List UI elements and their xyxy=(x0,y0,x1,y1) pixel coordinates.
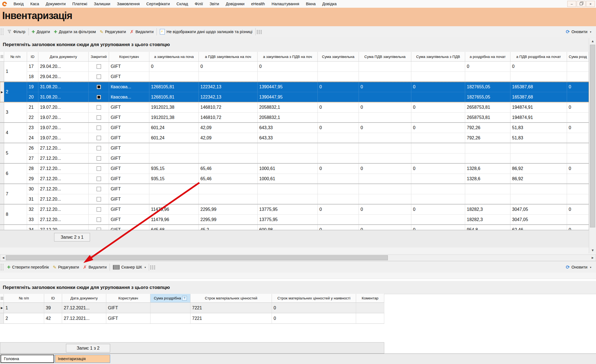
vertical-scroll-thumb[interactable] xyxy=(590,45,595,227)
edit-button[interactable]: ✎ Редагувати xyxy=(98,28,128,36)
table-row[interactable]: 2827.12.20...GIFT935,1565,461000,6100013… xyxy=(27,164,589,174)
menu-item[interactable]: Вихід xyxy=(10,0,27,8)
menu-item[interactable]: Звіти xyxy=(206,0,222,8)
recount-delete-button[interactable]: ✗ Видалити xyxy=(81,263,108,271)
group-by-panel[interactable]: Перетягніть заголовок колонки сюди для у… xyxy=(0,37,596,52)
column-header[interactable]: ID xyxy=(44,294,62,303)
table-row[interactable]: 1931.08.20...Квасова...1268105,81122342,… xyxy=(27,82,589,92)
closed-checkbox[interactable] xyxy=(97,75,101,79)
closed-checkbox[interactable] xyxy=(97,126,101,130)
refresh-button[interactable]: ⟳ Оновити ▾ xyxy=(564,28,593,36)
column-header[interactable]: ID xyxy=(27,52,38,62)
menu-item[interactable]: Довідники xyxy=(222,0,248,8)
menu-item[interactable]: Вікна xyxy=(303,0,319,8)
closed-checkbox[interactable] xyxy=(97,187,101,191)
table-row[interactable]: 2119.07.20...GIFT1912021,38146810,722058… xyxy=(27,102,589,112)
closed-checkbox[interactable] xyxy=(97,207,101,212)
column-header[interactable]: Сума ПДВ закупівельна xyxy=(359,52,411,62)
menu-item[interactable]: Замовлення xyxy=(113,0,143,8)
closed-checkbox[interactable] xyxy=(97,228,101,230)
column-filter-icon[interactable] xyxy=(182,296,187,301)
horizontal-scrollbar[interactable]: ◄ ► xyxy=(0,254,596,261)
column-header[interactable]: Строк матеріальних цінностей у наявності xyxy=(272,294,356,303)
menu-item[interactable]: Залишки xyxy=(91,0,113,8)
closed-checkbox[interactable] xyxy=(97,85,101,89)
table-row[interactable]: 2319.07.20...GIFT601,2442,09643,33000792… xyxy=(27,123,589,133)
table-row[interactable]: 24227.12.2021...GIFT72210 xyxy=(0,313,384,324)
recount-refresh-button[interactable]: ⟳ Оновити ▾ xyxy=(564,263,593,271)
menu-item[interactable]: Платежі xyxy=(69,0,91,8)
vertical-scrollbar[interactable]: ▲ ▼ xyxy=(589,38,596,253)
column-header[interactable]: Дата документу xyxy=(38,52,89,62)
menu-item[interactable]: Довідка xyxy=(319,0,340,8)
column-header[interactable]: а закупівельна з ПДВ на поч xyxy=(258,52,318,62)
tab-inventaryzatsiia[interactable]: Інвентаризація xyxy=(55,355,110,363)
column-header[interactable]: № п/п xyxy=(4,52,27,62)
scroll-left-icon[interactable]: ◄ xyxy=(2,256,5,259)
scroll-right-icon[interactable]: ► xyxy=(591,256,594,259)
table-row[interactable]: 3227.12.20...GIFT11479,962295,9913775,95… xyxy=(27,204,589,214)
column-header[interactable]: Сума закупівельна з ПДВ xyxy=(411,52,465,62)
menu-item[interactable]: Сертифікати xyxy=(143,0,173,8)
closed-checkbox[interactable] xyxy=(97,64,101,69)
closed-checkbox[interactable] xyxy=(97,95,101,99)
table-row[interactable]: 3427.12.20GIFT645,6845,2600,98000954,862… xyxy=(27,225,589,230)
columns-icon[interactable] xyxy=(150,265,155,269)
menu-item[interactable]: Склад xyxy=(173,0,191,8)
table-row[interactable]: 1729.04.20...GIFT00000 xyxy=(27,62,589,71)
recount-edit-button[interactable]: ✎ Редагувати xyxy=(51,263,81,271)
column-header[interactable]: Сума роздрібна xyxy=(150,294,190,303)
menu-item[interactable]: Каса xyxy=(27,0,43,8)
column-header[interactable]: а ПДВ роздрібна на почат xyxy=(510,52,567,62)
table-row[interactable]: 2727.12.20...GIFT xyxy=(27,153,589,163)
table-row[interactable]: 2419.07.20...GIFT601,2442,09643,33792,26… xyxy=(27,133,589,143)
column-header[interactable]: Коментар xyxy=(356,294,384,303)
menu-item[interactable]: Документи xyxy=(43,0,69,8)
column-header[interactable]: Строк матеріальних цінностей xyxy=(190,294,272,303)
column-header[interactable]: Користувач xyxy=(109,52,149,62)
restore-button[interactable] xyxy=(577,1,586,7)
column-header[interactable]: № п/п xyxy=(4,294,44,303)
menu-item[interactable]: Налаштування xyxy=(268,0,303,8)
closed-checkbox[interactable] xyxy=(97,115,101,120)
closed-checkbox[interactable] xyxy=(97,146,101,150)
closed-checkbox[interactable] xyxy=(97,156,101,161)
table-row[interactable]: 2627.12.20...GIFT xyxy=(27,143,589,153)
menu-item[interactable]: eHealth xyxy=(248,0,268,8)
table-row[interactable]: 3027.12.20...GIFT xyxy=(27,184,589,194)
hide-balances-toggle[interactable]: Не відображати дані щодо залишків та різ… xyxy=(158,28,254,36)
column-header[interactable]: Дата документу xyxy=(62,294,106,303)
close-button[interactable]: × xyxy=(586,1,595,7)
column-header[interactable]: Сума розд xyxy=(567,52,589,62)
barcode-scanner-button[interactable]: Сканер ШК ▾ xyxy=(111,263,148,271)
toolbar-drag-handle[interactable] xyxy=(1,264,3,270)
tab-holovna[interactable]: Головна xyxy=(1,355,54,363)
filter-button[interactable]: Фільтр xyxy=(5,28,27,36)
closed-checkbox[interactable] xyxy=(97,177,101,181)
column-header[interactable]: Закритий xyxy=(89,52,109,62)
column-header[interactable]: а закупівельна на поча xyxy=(149,52,199,62)
table-row[interactable]: ▶13927.12.2021...GIFT72210 xyxy=(0,303,384,313)
menu-item[interactable]: Філії xyxy=(191,0,206,8)
closed-checkbox[interactable] xyxy=(97,136,101,140)
toolbar-drag-handle[interactable] xyxy=(1,28,3,35)
horizontal-scroll-thumb[interactable] xyxy=(6,255,388,260)
closed-checkbox[interactable] xyxy=(97,197,101,201)
minimize-button[interactable]: – xyxy=(567,1,576,7)
scroll-up-icon[interactable]: ▲ xyxy=(591,39,594,43)
column-header[interactable]: а ПДВ закупівельна на поч xyxy=(199,52,258,62)
column-header[interactable]: Сума закупівельна xyxy=(318,52,359,62)
table-row[interactable]: 3327.12.20...GIFT11479,962295,9913775,95… xyxy=(27,214,589,224)
create-recount-button[interactable]: + Створити переоблік xyxy=(5,263,51,271)
add-button[interactable]: + Додати xyxy=(30,28,52,36)
table-row[interactable]: 2031.08.20...Квасова...1268105,81122342,… xyxy=(27,92,589,102)
recount-group-by-panel[interactable]: Перетягніть заголовок колонки сюди для у… xyxy=(0,281,596,294)
closed-checkbox[interactable] xyxy=(97,105,101,110)
add-by-filter-button[interactable]: + Додати за фільтром xyxy=(52,28,98,36)
table-row[interactable]: 3127.12.20...GIFT xyxy=(27,194,589,204)
table-row[interactable]: 2927.12.20...GIFT935,1565,461000,611328,… xyxy=(27,174,589,184)
table-row[interactable]: 2219.07.20...GIFT1912021,38146810,722058… xyxy=(27,112,589,122)
column-header[interactable]: Користувач xyxy=(106,294,150,303)
closed-checkbox[interactable] xyxy=(97,217,101,222)
closed-checkbox[interactable] xyxy=(97,166,101,171)
